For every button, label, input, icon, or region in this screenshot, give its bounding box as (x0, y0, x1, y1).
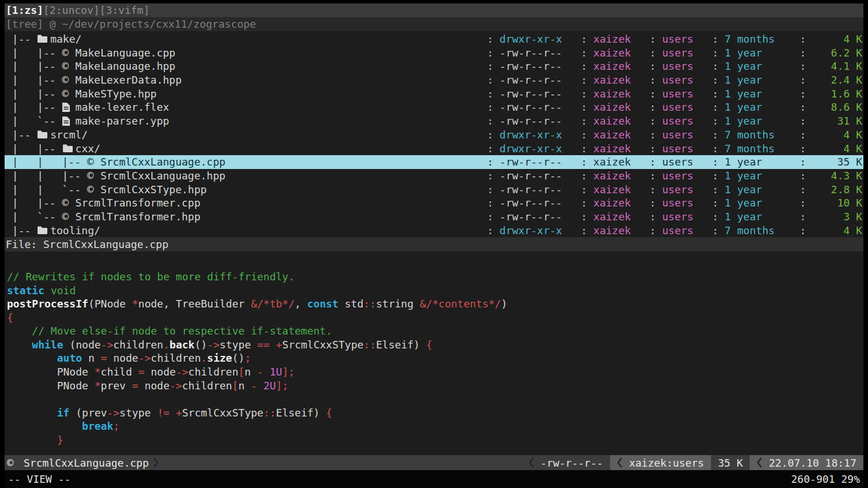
status-line: © SrcmlCxxLanguage.cpp -rw-r--r-- xaizek… (5, 455, 863, 470)
list-item[interactable]: | |-- ©MakeSType.hpp:-rw-r--r--:xaizek:u… (5, 87, 863, 101)
file-group: users (662, 224, 706, 238)
column-separator: : (643, 32, 663, 46)
status-perms: -rw-r--r-- (541, 457, 603, 469)
file-group: users (662, 114, 706, 128)
file-age: 7 months (725, 32, 794, 46)
code-line: { (7, 311, 861, 325)
code-line: while (node->children.back()->stype == +… (7, 338, 861, 352)
file-size: 2.8 K (812, 183, 862, 197)
tmux-window-tab-2[interactable]: [2:uncov] (43, 4, 100, 16)
list-item[interactable]: | | |-- ©SrcmlCxxLanguage.hpp:-rw-r--r--… (5, 169, 863, 183)
file-owner: xaizek (593, 59, 643, 73)
file-owner: xaizek (593, 224, 643, 238)
list-item[interactable]: | |-- ©SrcmlTransformer.cpp:-rw-r--r--:x… (5, 196, 863, 210)
column-separator: : (643, 155, 663, 169)
status-size-segment: 35 K (711, 455, 750, 470)
column-separator: : (481, 183, 500, 197)
column-separator: : (794, 183, 813, 197)
file-size: 4 K (812, 142, 862, 156)
file-group: users (662, 196, 706, 210)
vifm-path-line: [tree] @ ~/dev/projects/cxx11/zograscope (5, 17, 863, 31)
column-separator: : (794, 59, 813, 73)
file-perms: -rw-r--r-- (500, 100, 575, 114)
column-separator: : (481, 73, 500, 87)
cpp-icon: © (62, 73, 76, 87)
file-perms: -rw-r--r-- (500, 155, 575, 169)
file-group: users (662, 155, 706, 169)
file-group: users (662, 73, 706, 87)
code-line: if (prev->stype != +SrcmlCxxSType::Elsei… (7, 406, 861, 420)
column-separator: : (643, 100, 663, 114)
list-item[interactable]: |-- srcml/:drwxr-xr-x:xaizek:users:7 mon… (5, 128, 863, 142)
list-item[interactable]: | | |-- ©SrcmlCxxLanguage.cpp:-rw-r--r--… (5, 155, 863, 169)
file-age: 7 months (725, 128, 794, 142)
code-line: postProcessIf(PNode *node, TreeBuilder &… (7, 297, 861, 311)
file-size: 4 K (812, 224, 862, 238)
current-path: [tree] @ ~/dev/projects/cxx11/zograscope (6, 18, 256, 30)
file-age: 1 year (725, 73, 794, 87)
file-owner: xaizek (593, 155, 643, 169)
status-perms-segment: -rw-r--r-- (522, 455, 610, 470)
file-size: 35 K (812, 155, 862, 169)
file-owner: xaizek (593, 87, 643, 101)
tmux-window-tab-3[interactable]: [3:vifm] (100, 4, 150, 16)
cpp-icon: © (62, 196, 76, 210)
file-age: 1 year (725, 155, 794, 169)
code-line: // Rewrites if nodes to be more diff-fri… (7, 270, 861, 284)
column-separator: : (794, 114, 813, 128)
file-name: SrcmlCxxLanguage.hpp (100, 169, 226, 183)
file-age: 1 year (725, 59, 794, 73)
folder-icon (37, 35, 50, 43)
list-item[interactable]: | | `-- ©SrcmlCxxSType.hpp:-rw-r--r--:xa… (5, 183, 863, 197)
column-separator: : (706, 114, 725, 128)
column-separator: : (794, 32, 813, 46)
file-perms: -rw-r--r-- (500, 87, 575, 101)
code-preview[interactable]: // Rewrites if nodes to be more diff-fri… (5, 251, 863, 455)
status-owner-segment: xaizek:users (610, 455, 711, 470)
column-separator: : (575, 46, 594, 60)
column-separator: : (643, 73, 663, 87)
column-separator: : (481, 87, 500, 101)
list-item[interactable]: | `-- make-parser.ypp:-rw-r--r--:xaizek:… (5, 114, 863, 128)
list-item[interactable]: | |-- cxx/:drwxr-xr-x:xaizek:users:7 mon… (5, 142, 863, 156)
file-owner: xaizek (593, 210, 643, 224)
file-name: SrcmlCxxSType.hpp (100, 183, 207, 197)
file-group: users (662, 46, 706, 60)
file-group: users (662, 87, 706, 101)
list-item[interactable]: |-- make/:drwxr-xr-x:xaizek:users:7 mont… (5, 32, 863, 46)
column-separator: : (706, 59, 725, 73)
chevron-right-icon (152, 457, 159, 468)
column-separator: : (706, 183, 725, 197)
list-item[interactable]: |-- tooling/:drwxr-xr-x:xaizek:users:7 m… (5, 224, 863, 238)
status-date: 22.07.10 18:17 (769, 457, 856, 469)
tree-branch: |-- (6, 128, 37, 142)
list-item[interactable]: | |-- ©MakeLanguage.hpp:-rw-r--r--:xaize… (5, 59, 863, 73)
file-age: 1 year (725, 100, 794, 114)
status-date-segment: 22.07.10 18:17 (750, 455, 863, 470)
tmux-window-tab-1[interactable]: [1:zs] (6, 4, 43, 16)
file-size: 4.1 K (812, 59, 862, 73)
tree-branch: | |-- (6, 59, 62, 73)
list-item[interactable]: | `-- ©SrcmlTransformer.hpp:-rw-r--r--:x… (5, 210, 863, 224)
list-item[interactable]: | |-- ©MakeLexerData.hpp:-rw-r--r--:xaiz… (5, 73, 863, 87)
code-line: PNode *child = node->children[n - 1U]; (7, 365, 861, 379)
code-line (7, 256, 861, 270)
file-name: SrcmlTransformer.cpp (76, 196, 201, 210)
column-separator: : (575, 224, 594, 238)
tree-branch: | |-- (6, 196, 62, 210)
column-separator: : (643, 196, 663, 210)
column-separator: : (794, 169, 813, 183)
column-separator: : (481, 210, 500, 224)
file-perms: -rw-r--r-- (500, 183, 575, 197)
column-separator: : (706, 155, 725, 169)
column-separator: : (794, 224, 813, 238)
file-owner: xaizek (593, 142, 643, 156)
list-item[interactable]: | |-- ©MakeLanguage.cpp:-rw-r--r--:xaize… (5, 46, 863, 60)
cpp-icon: © (62, 210, 76, 224)
file-perms: drwxr-xr-x (500, 128, 575, 142)
file-name: MakeLanguage.cpp (76, 46, 175, 60)
list-item[interactable]: | |-- make-lexer.flex:-rw-r--r--:xaizek:… (5, 100, 863, 114)
tree-branch: | |-- (6, 142, 62, 156)
code-line (7, 392, 861, 406)
column-separator: : (481, 32, 500, 46)
